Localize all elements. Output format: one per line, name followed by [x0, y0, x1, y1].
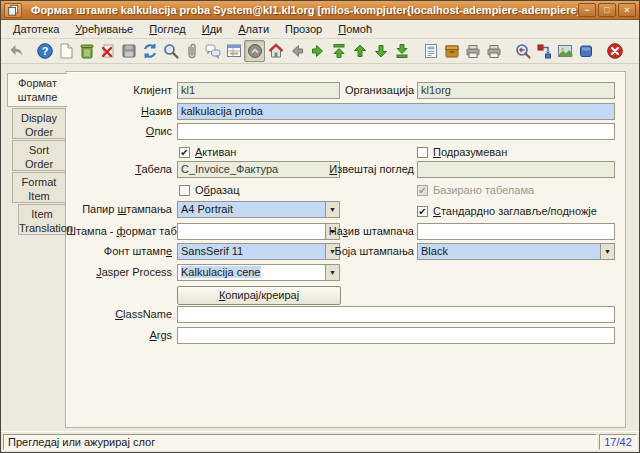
tab-print-format[interactable]: Форматштампе [7, 73, 67, 107]
toolbar-first-record-button[interactable] [328, 40, 349, 62]
toolbar-archive-button[interactable] [441, 40, 462, 62]
toolbar-workflow-button[interactable] [533, 40, 554, 62]
requery-refresh-icon [141, 42, 159, 60]
menu-help[interactable]: Помоћ [330, 20, 380, 38]
tab-sort-order[interactable]: SortOrder [12, 140, 65, 171]
print-font-label: Фонт штампе [66, 245, 172, 257]
close-button[interactable]: × [618, 3, 636, 17]
zoom-across-icon [514, 42, 532, 60]
printer-paper-label: Папир штампања [66, 203, 172, 215]
checkbox-icon [179, 147, 190, 158]
args-field[interactable] [177, 327, 615, 344]
check-requests-icon [556, 42, 574, 60]
toolbar-print-button[interactable] [483, 40, 504, 62]
jasper-process-label: Jasper Process [66, 266, 172, 278]
toolbar-history-button[interactable] [244, 40, 265, 62]
toolbar-product-info-button[interactable] [575, 40, 596, 62]
titlebar: Формат штампе kalkulacija proba System@k… [1, 1, 639, 20]
statusbar: Прегледај или ажурирај слог 17/42 [1, 431, 639, 452]
toolbar-detail-tab-button[interactable] [307, 40, 328, 62]
row-description: Опис [66, 123, 625, 141]
minimize-button[interactable]: − [578, 3, 596, 17]
menu-file[interactable]: Датотека [5, 20, 67, 38]
row-copy-create: Копирај/креирај [66, 286, 625, 306]
toolbar-check-requests-button[interactable] [554, 40, 575, 62]
default-checkbox[interactable]: Подразумеван [417, 146, 507, 158]
menu-go[interactable]: Иди [194, 20, 230, 38]
save-icon [120, 42, 138, 60]
toolbar-ignore-undo-button[interactable] [5, 40, 26, 62]
toolbar-attachment-button[interactable] [181, 40, 202, 62]
toolbar-grid-toggle-button[interactable] [223, 40, 244, 62]
toolbar-save-button[interactable] [118, 40, 139, 62]
chevron-down-icon[interactable]: ▼ [325, 265, 339, 280]
row-classname: ClassName [66, 306, 625, 324]
row-jasper: Jasper Process Kalkulacija cene ▼ [66, 264, 625, 282]
tab-item-translation[interactable]: ItemTranslation [18, 204, 65, 235]
chevron-down-icon[interactable]: ▼ [325, 202, 339, 217]
history-icon [246, 42, 264, 60]
args-label: Args [66, 329, 172, 341]
print-table-format-label: Штампа - формат табеле [66, 225, 172, 237]
print-preview-icon [464, 42, 482, 60]
chevron-down-icon[interactable]: ▼ [600, 244, 614, 259]
standard-header-checkbox[interactable]: Стандардно заглавље/подножје [417, 205, 597, 217]
classname-field[interactable] [177, 306, 615, 323]
toolbar-help-button[interactable]: ? [34, 40, 55, 62]
description-label: Опис [66, 125, 172, 137]
row-font-color: Фонт штампе SansSerif 11 ▼ Боја штампања… [66, 243, 625, 261]
delete-record-icon [78, 42, 96, 60]
name-field[interactable]: kalkulacija proba [177, 103, 615, 120]
toolbar-previous-record-button[interactable] [349, 40, 370, 62]
org-label: Организација [294, 84, 414, 96]
toolbar-report-button[interactable] [420, 40, 441, 62]
copy-create-button[interactable]: Копирај/креирај [177, 286, 341, 305]
detail-tab-icon [309, 42, 327, 60]
jasper-process-select[interactable]: Kalkulacija cene ▼ [177, 264, 340, 281]
toolbar-print-preview-button[interactable] [462, 40, 483, 62]
archive-icon [443, 42, 461, 60]
toolbar-end-exit-button[interactable] [604, 40, 625, 62]
maximize-button[interactable]: □ [598, 3, 616, 17]
tab-display-order[interactable]: DisplayOrder [12, 108, 65, 139]
toolbar-parent-tab-button[interactable] [286, 40, 307, 62]
row-args: Args [66, 327, 625, 345]
menu-edit[interactable]: Уређивање [67, 20, 141, 38]
checkbox-icon [179, 185, 190, 196]
toolbar-delete-record-button[interactable] [76, 40, 97, 62]
toolbar-zoom-across-button[interactable] [512, 40, 533, 62]
parent-tab-icon [288, 42, 306, 60]
printer-name-field[interactable] [417, 223, 615, 240]
row-paper-header: Папир штампања A4 Portrait ▼ Стандардно … [66, 201, 625, 219]
active-checkbox[interactable]: Активан [179, 146, 236, 158]
toolbar: ? [1, 39, 639, 64]
org-field[interactable]: kl1org [417, 82, 615, 99]
print-color-select[interactable]: Black ▼ [417, 243, 615, 260]
record-indicator[interactable]: 17/42 [599, 434, 637, 450]
status-message: Прегледај или ажурирај слог [3, 434, 597, 450]
chat-icon [204, 42, 222, 60]
toolbar-delete-selection-button[interactable] [97, 40, 118, 62]
menu-tools[interactable]: Алати [230, 20, 277, 38]
classname-label: ClassName [66, 308, 172, 320]
tab-format-item[interactable]: FormatItem [12, 172, 65, 203]
description-field[interactable] [177, 123, 615, 140]
toolbar-requery-refresh-button[interactable] [139, 40, 160, 62]
toolbar-menu-home-button[interactable] [265, 40, 286, 62]
client-label: Клијент [66, 84, 172, 96]
toolbar-next-record-button[interactable] [370, 40, 391, 62]
menu-window[interactable]: Прозор [277, 20, 330, 38]
form-checkbox[interactable]: Образац [179, 184, 239, 196]
menu-view[interactable]: Поглед [141, 20, 194, 38]
toolbar-last-record-button[interactable] [391, 40, 412, 62]
toolbar-new-record-button[interactable] [55, 40, 76, 62]
ignore-undo-icon [7, 42, 25, 60]
printer-paper-select[interactable]: A4 Portrait ▼ [177, 201, 340, 218]
workflow-icon [535, 42, 553, 60]
window-icon[interactable] [4, 3, 22, 18]
toolbar-chat-button[interactable] [202, 40, 223, 62]
toolbar-find-button[interactable] [160, 40, 181, 62]
end-exit-icon [606, 42, 624, 60]
row-table-reportview: Табела C_Invoice_Фактура Извештај поглед [66, 158, 625, 178]
report-view-field[interactable] [417, 161, 615, 178]
